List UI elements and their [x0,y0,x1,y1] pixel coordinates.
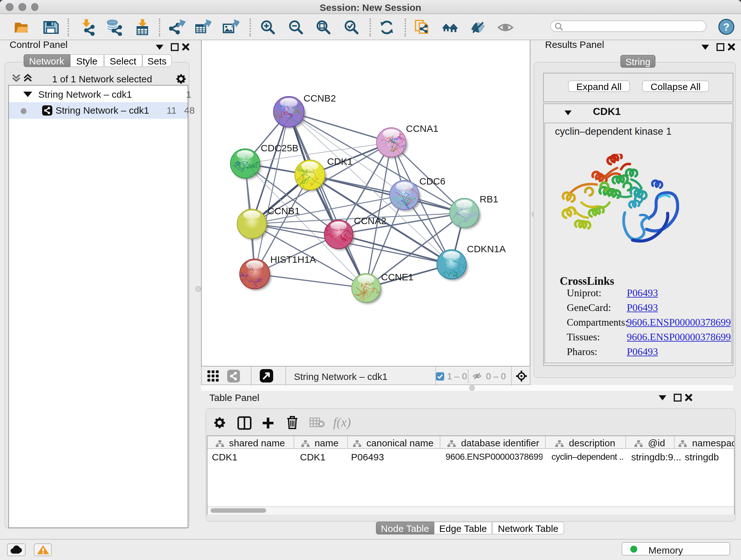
svg-text:CCNA1: CCNA1 [406,123,438,134]
svg-text:CDKN1A: CDKN1A [467,244,506,254]
svg-text:CCNA2: CCNA2 [354,215,386,226]
svg-text:?: ? [723,21,730,33]
svg-text:CCNB1: CCNB1 [267,206,300,216]
svg-text:HIST1H1A: HIST1H1A [270,254,316,265]
svg-text:RB1: RB1 [479,194,498,204]
svg-text:CCNB2: CCNB2 [303,93,336,104]
svg-text:CCNE1: CCNE1 [381,272,413,282]
svg-text:CDC6: CDC6 [419,176,445,186]
svg-text:CDK1: CDK1 [327,156,352,167]
svg-text:CDC25B: CDC25B [260,143,298,153]
